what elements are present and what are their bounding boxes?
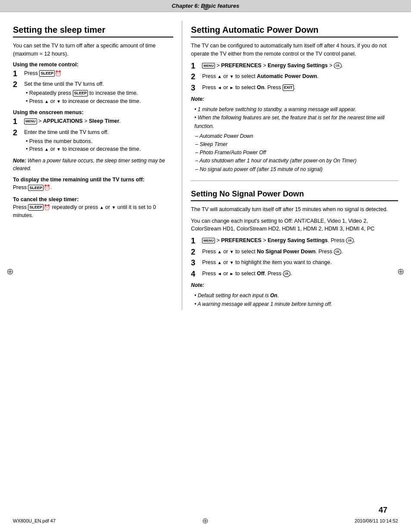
- step-2-content: Set the time until the TV turns off. Rep…: [24, 80, 173, 106]
- apd-dash-5: No signal auto power off (after 15 minut…: [195, 165, 398, 174]
- right-arr-apd: [230, 84, 234, 90]
- nspd-step-num-1: 1: [191, 236, 200, 246]
- sleep-timer-note: Note: When a power failure occurs, the s…: [13, 157, 173, 172]
- section-divider: [191, 180, 398, 181]
- onscreen-steps: 1 MENU > APPLICATIONS > Sleep Timer. 2 E…: [13, 117, 173, 154]
- onscreen-bullet-2: Press or to increase or decrease the tim…: [26, 145, 173, 153]
- content-area: Setting the sleep timer You can set the …: [0, 12, 411, 310]
- step-1-content: Press SLEEP⏰: [24, 69, 173, 78]
- step-2-bullet-2: Press or to increase or decrease the tim…: [26, 97, 173, 106]
- nspd-step-2-content: Press or to select No Signal Power Down.…: [202, 248, 398, 256]
- apd-step-num-3: 3: [191, 84, 200, 93]
- nspd-steps: 1 MENU > PREFERENCES > Energy Saving Set…: [191, 236, 398, 279]
- auto-power-steps: 1 MENU > PREFERENCES > Energy Saving Set…: [191, 62, 398, 93]
- down-arrow: [56, 98, 61, 104]
- up-arr-nspd: [218, 249, 222, 255]
- right-arr-nspd: [230, 271, 234, 277]
- apd-step-1-content: MENU > PREFERENCES > Energy Saving Setti…: [202, 62, 398, 70]
- step-2-bullet-1: Repeatedly press SLEEP to increase the t…: [26, 89, 173, 97]
- up-arr-3: [100, 204, 104, 210]
- up-arr-nspd-3: [218, 259, 222, 265]
- up-arr-2: [44, 146, 49, 152]
- down-arr-nspd: [230, 249, 234, 255]
- cancel-heading: To cancel the sleep timer:: [13, 196, 173, 202]
- onscreen-label: Using the onscreen menus:: [13, 109, 173, 115]
- page-number-container: 47: [379, 506, 387, 515]
- apd-step-3-content: Press or to select On. Press EXIT.: [202, 84, 398, 92]
- onscreen-step-2-bullets: Press the number buttons. Press or to in…: [26, 137, 173, 154]
- note-label-1: Note:: [13, 158, 26, 164]
- auto-power-down-title: Setting Automatic Power Down: [191, 25, 398, 37]
- footer-left: WX800U_EN.pdf 47: [13, 518, 56, 523]
- apd-dash-list: Automatic Power Down Sleep Timer Photo F…: [195, 132, 398, 174]
- onscreen-step-num-1: 1: [13, 117, 22, 127]
- sleep-timer-title: Setting the sleep timer: [13, 25, 173, 37]
- remote-label: Using the remote control:: [13, 62, 173, 68]
- sleep-timer-intro: You can set the TV to turn off after a s…: [13, 42, 173, 58]
- nspd-note-bullets: Default setting for each input is On. A …: [191, 292, 398, 308]
- crosshair-top: ⊕: [202, 2, 209, 12]
- no-signal-intro-1: The TV will automatically turn itself of…: [191, 205, 398, 214]
- footer-crosshair: ⊕: [202, 516, 209, 526]
- step-2-bullets: Repeatedly press SLEEP to increase the t…: [26, 89, 173, 106]
- up-arrow: [44, 98, 49, 104]
- remote-step-1: 1 Press SLEEP⏰: [13, 69, 173, 79]
- remote-step-2: 2 Set the time until the TV turns off. R…: [13, 80, 173, 106]
- cancel-text: Press SLEEP⏰ repeatedly or press or unti…: [13, 203, 173, 220]
- apd-dash-3: Photo Frame/Auto Power Off: [195, 149, 398, 157]
- step-num-1: 1: [13, 69, 22, 79]
- ok-key-nspd-2: ok: [334, 249, 342, 255]
- apd-step-num-2: 2: [191, 72, 200, 82]
- sleep-key: SLEEP: [39, 70, 55, 77]
- right-column: Setting Automatic Power Down The TV can …: [182, 21, 398, 310]
- apd-dash-2: Sleep Timer: [195, 140, 398, 149]
- nspd-step-3: 3 Press or to highlight the item you wan…: [191, 258, 398, 268]
- no-signal-intro-2: You can change each input's setting to O…: [191, 217, 398, 233]
- ok-key-1: ok: [334, 62, 342, 69]
- nspd-step-4: 4 Press or to select Off. Press ok.: [191, 270, 398, 279]
- nspd-step-2: 2 Press or to select No Signal Power Dow…: [191, 248, 398, 257]
- sleep-key-cancel: SLEEP: [28, 204, 44, 211]
- apd-note-label: Note:: [191, 95, 398, 103]
- menu-key-1: MENU: [24, 118, 37, 124]
- up-arr-apd: [218, 73, 222, 79]
- note-label-nspd: Note:: [191, 282, 204, 288]
- apd-step-3: 3 Press or to select On. Press EXIT.: [191, 84, 398, 93]
- step-num-2: 2: [13, 80, 22, 90]
- onscreen-step-1: 1 MENU > APPLICATIONS > Sleep Timer.: [13, 117, 173, 127]
- down-arr-3: [112, 204, 116, 210]
- nspd-step-num-2: 2: [191, 248, 200, 257]
- apd-step-num-1: 1: [191, 62, 200, 71]
- exit-key-1: EXIT: [283, 84, 294, 91]
- sleep-key-2: SLEEP: [73, 90, 88, 96]
- apd-step-1: 1 MENU > PREFERENCES > Energy Saving Set…: [191, 62, 398, 71]
- nspd-step-3-content: Press or to highlight the item you want …: [202, 258, 398, 267]
- nspd-step-1: 1 MENU > PREFERENCES > Energy Saving Set…: [191, 236, 398, 246]
- apd-step-2-content: Press or to select Automatic Power Down.: [202, 72, 398, 81]
- display-heading: To display the time remaining until the …: [13, 177, 173, 183]
- down-arr-nspd-3: [230, 259, 234, 265]
- left-arr-apd: [218, 84, 222, 90]
- nspd-step-num-4: 4: [191, 270, 200, 279]
- nspd-note-1: Default setting for each input is On.: [191, 292, 398, 300]
- left-arr-nspd: [218, 271, 222, 277]
- sleep-timer-section: Setting the sleep timer You can set the …: [13, 21, 182, 310]
- down-arr-2: [56, 146, 61, 152]
- auto-power-down-intro: The TV can be configured to automaticall…: [191, 42, 398, 58]
- apd-dash-4: Auto shutdown after 1 hour of inactivity…: [195, 157, 398, 165]
- nspd-note-2: A warning message will appear 1 minute b…: [191, 300, 398, 308]
- ok-key-nspd-4: ok: [283, 271, 291, 277]
- display-text: Press SLEEP⏰.: [13, 184, 173, 192]
- page: ⌐ ¬ ⊕ Chapter 6: Basic features ⊕ ⊕ Sett…: [0, 0, 411, 532]
- down-arr-apd: [230, 73, 234, 79]
- ok-key-nspd-1: ok: [346, 237, 354, 244]
- menu-key-apd-1: MENU: [202, 63, 215, 68]
- onscreen-step-2-content: Enter the time until the TV turns off. P…: [24, 128, 173, 154]
- note-label-apd: Note:: [191, 96, 204, 102]
- footer: WX800U_EN.pdf 47 ⊕ 2010/08/11 10:14:52: [0, 516, 411, 526]
- apd-note-1: 1 minute before switching to standby, a …: [191, 106, 398, 114]
- apd-step-2: 2 Press or to select Automatic Power Dow…: [191, 72, 398, 82]
- sleep-key-display: SLEEP: [28, 185, 44, 191]
- chapter-header: ⊕ Chapter 6: Basic features: [0, 0, 411, 12]
- footer-right: 2010/08/11 10:14:52: [355, 518, 398, 523]
